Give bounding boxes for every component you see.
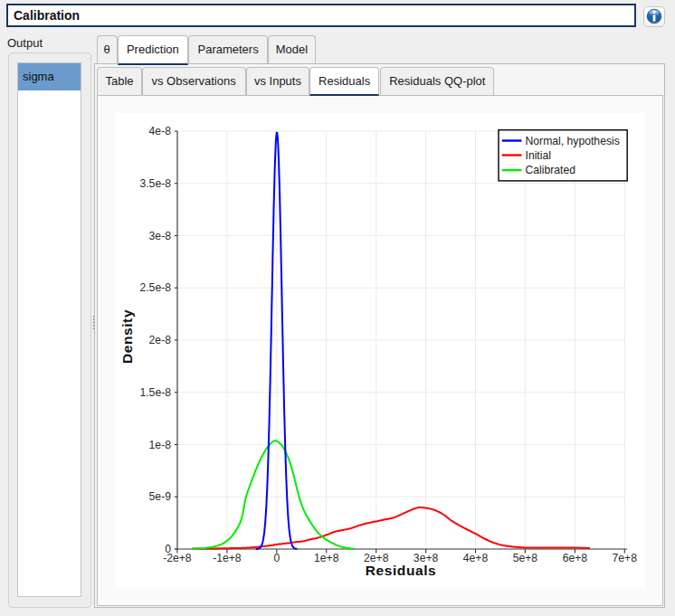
svg-text:5e+8: 5e+8 — [513, 552, 538, 564]
svg-text:-1e+8: -1e+8 — [213, 552, 242, 564]
svg-text:Calibrated: Calibrated — [526, 164, 576, 176]
svg-text:2.5e-8: 2.5e-8 — [139, 281, 171, 294]
svg-text:0: 0 — [165, 543, 171, 555]
svg-text:7e+8: 7e+8 — [613, 552, 638, 564]
svg-text:Residuals: Residuals — [366, 563, 437, 578]
svg-text:1e+8: 1e+8 — [314, 552, 339, 564]
svg-text:3e-8: 3e-8 — [149, 230, 172, 242]
svg-text:3.5e-8: 3.5e-8 — [139, 177, 171, 190]
svg-text:5e-9: 5e-9 — [149, 490, 172, 503]
svg-text:Normal, hypothesis: Normal, hypothesis — [526, 135, 620, 147]
svg-text:4e+8: 4e+8 — [463, 552, 489, 564]
svg-text:0: 0 — [273, 552, 280, 564]
svg-text:Density: Density — [119, 309, 135, 364]
svg-text:1e-8: 1e-8 — [149, 439, 172, 451]
svg-text:4e-8: 4e-8 — [149, 125, 172, 137]
svg-text:1.5e-8: 1.5e-8 — [139, 386, 171, 399]
svg-text:6e+8: 6e+8 — [563, 552, 588, 564]
svg-text:2e-8: 2e-8 — [149, 334, 172, 346]
svg-text:Initial: Initial — [526, 149, 551, 162]
